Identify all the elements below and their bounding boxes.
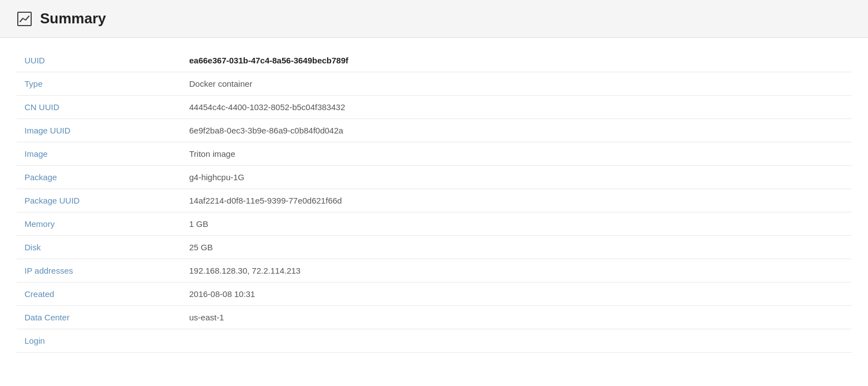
table-row: TypeDocker container: [17, 72, 851, 96]
table-row: UUIDea66e367-031b-47c4-8a56-3649becb789f: [17, 49, 851, 72]
row-label[interactable]: Memory: [17, 212, 184, 236]
row-label[interactable]: IP addresses: [17, 259, 184, 283]
page-title: Summary: [40, 10, 106, 27]
row-label[interactable]: Package: [17, 166, 184, 189]
row-value: ea66e367-031b-47c4-8a56-3649becb789f: [184, 49, 851, 72]
row-label[interactable]: Login: [17, 329, 184, 353]
table-row: Image UUID6e9f2ba8-0ec3-3b9e-86a9-c0b84f…: [17, 119, 851, 142]
table-row: Login: [17, 329, 851, 353]
row-label[interactable]: Type: [17, 72, 184, 96]
row-value: 25 GB: [184, 236, 851, 259]
row-label[interactable]: Image UUID: [17, 119, 184, 142]
row-label[interactable]: Package UUID: [17, 189, 184, 212]
table-row: CN UUID44454c4c-4400-1032-8052-b5c04f383…: [17, 96, 851, 119]
table-row: Created2016-08-08 10:31: [17, 283, 851, 306]
table-row: IP addresses192.168.128.30, 72.2.114.213: [17, 259, 851, 283]
table-row: Packageg4-highcpu-1G: [17, 166, 851, 189]
row-value: 6e9f2ba8-0ec3-3b9e-86a9-c0b84f0d042a: [184, 119, 851, 142]
row-value: us-east-1: [184, 306, 851, 329]
table-row: Data Centerus-east-1: [17, 306, 851, 329]
table-row: Package UUID14af2214-d0f8-11e5-9399-77e0…: [17, 189, 851, 212]
row-value: Docker container: [184, 72, 851, 96]
row-label[interactable]: Data Center: [17, 306, 184, 329]
page-header: Summary: [0, 0, 868, 38]
row-value: 14af2214-d0f8-11e5-9399-77e0d621f66d: [184, 189, 851, 212]
row-value: 1 GB: [184, 212, 851, 236]
summary-icon: [17, 11, 32, 27]
table-row: ImageTriton image: [17, 142, 851, 166]
row-value: 44454c4c-4400-1032-8052-b5c04f383432: [184, 96, 851, 119]
row-label[interactable]: CN UUID: [17, 96, 184, 119]
row-value: 192.168.128.30, 72.2.114.213: [184, 259, 851, 283]
summary-content: UUIDea66e367-031b-47c4-8a56-3649becb789f…: [0, 38, 868, 353]
table-row: Memory1 GB: [17, 212, 851, 236]
row-value: 2016-08-08 10:31: [184, 283, 851, 306]
row-value: Triton image: [184, 142, 851, 166]
row-label[interactable]: UUID: [17, 49, 184, 72]
summary-table: UUIDea66e367-031b-47c4-8a56-3649becb789f…: [17, 49, 851, 353]
row-value: [184, 329, 851, 353]
row-label[interactable]: Image: [17, 142, 184, 166]
row-label[interactable]: Disk: [17, 236, 184, 259]
row-label[interactable]: Created: [17, 283, 184, 306]
table-row: Disk25 GB: [17, 236, 851, 259]
row-value: g4-highcpu-1G: [184, 166, 851, 189]
